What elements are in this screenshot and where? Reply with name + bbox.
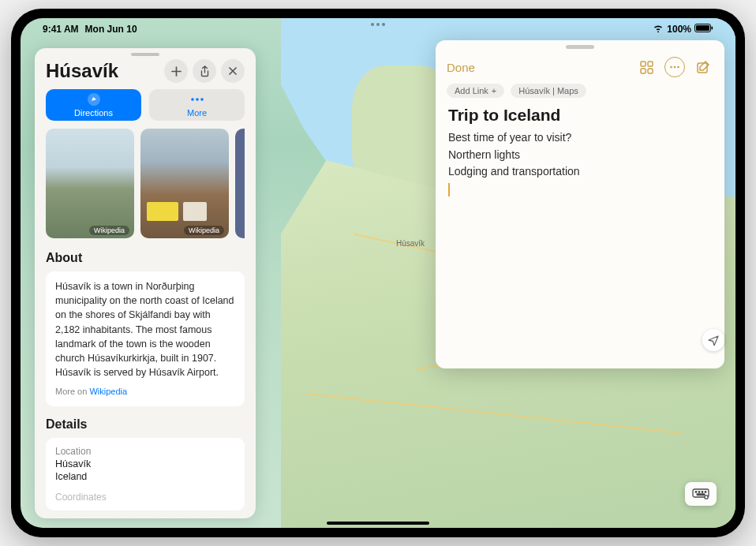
photo-1[interactable]: Wikipedia bbox=[46, 129, 134, 238]
text-cursor bbox=[448, 183, 450, 196]
more-on-text: More on bbox=[55, 387, 89, 396]
svg-rect-8 bbox=[648, 62, 653, 66]
svg-point-13 bbox=[677, 66, 679, 69]
svg-point-6 bbox=[200, 99, 204, 102]
home-indicator[interactable] bbox=[327, 522, 429, 525]
directions-icon bbox=[87, 92, 101, 107]
note-title: Trip to Iceland bbox=[448, 106, 712, 125]
battery-icon bbox=[694, 24, 713, 35]
photo-credit: Wikipedia bbox=[89, 226, 129, 235]
svg-point-5 bbox=[196, 99, 199, 102]
more-options-icon[interactable] bbox=[664, 57, 685, 77]
compose-icon[interactable] bbox=[693, 57, 713, 77]
svg-point-17 bbox=[698, 492, 700, 493]
done-button[interactable]: Done bbox=[447, 61, 475, 74]
note-line-1: Best time of year to visit? bbox=[448, 129, 712, 147]
svg-rect-9 bbox=[641, 69, 646, 73]
photo-gallery[interactable]: Wikipedia Wikipedia bbox=[35, 129, 256, 248]
svg-point-4 bbox=[191, 99, 194, 102]
map-place-label: Húsavík bbox=[396, 239, 425, 248]
note-editor[interactable]: Trip to Iceland Best time of year to vis… bbox=[436, 106, 724, 200]
details-header: Details bbox=[35, 414, 256, 438]
add-button[interactable] bbox=[164, 59, 188, 83]
add-link-pill[interactable]: Add Link + bbox=[447, 84, 504, 98]
battery-level: 100% bbox=[667, 24, 691, 35]
svg-point-19 bbox=[705, 492, 706, 493]
svg-point-16 bbox=[695, 492, 697, 493]
svg-rect-10 bbox=[648, 69, 653, 73]
notes-grabber[interactable] bbox=[566, 45, 594, 49]
place-card: Húsavík Directions More Wikipedia bbox=[35, 48, 256, 518]
location-value-1: Húsavík bbox=[55, 458, 235, 469]
link-context-pill[interactable]: Húsavík | Maps bbox=[511, 84, 586, 98]
plus-icon: + bbox=[492, 86, 496, 95]
location-label: Location bbox=[55, 446, 235, 457]
location-button[interactable] bbox=[702, 329, 724, 351]
svg-point-11 bbox=[670, 66, 672, 69]
note-line-2: Northern lights bbox=[448, 147, 712, 164]
note-line-3: Lodging and transportation bbox=[448, 163, 712, 181]
about-text: Húsavík is a town in Norðurþing municipa… bbox=[55, 279, 235, 380]
details-card: Location Húsavík Iceland Coordinates bbox=[46, 438, 245, 510]
multitask-indicator[interactable] bbox=[371, 23, 385, 26]
location-value-2: Iceland bbox=[55, 471, 235, 482]
wifi-icon bbox=[653, 24, 664, 35]
svg-rect-2 bbox=[712, 27, 713, 30]
status-time: 9:41 AM bbox=[43, 24, 79, 35]
photo-credit: Wikipedia bbox=[184, 226, 224, 235]
notes-panel: Done Add Link + Húsavík | Maps Trip to I… bbox=[436, 40, 724, 368]
svg-rect-20 bbox=[697, 494, 705, 496]
directions-button[interactable]: Directions bbox=[46, 89, 141, 121]
svg-rect-7 bbox=[641, 62, 646, 66]
more-button[interactable]: More bbox=[149, 89, 245, 121]
close-button[interactable] bbox=[221, 59, 245, 83]
status-date: Mon Jun 10 bbox=[85, 24, 137, 35]
svg-point-18 bbox=[702, 492, 703, 493]
photo-3-peek[interactable] bbox=[235, 129, 245, 238]
about-card: Húsavík is a town in Norðurþing municipa… bbox=[46, 271, 245, 406]
keyboard-button[interactable] bbox=[685, 482, 717, 506]
share-button[interactable] bbox=[193, 59, 216, 83]
about-header: About bbox=[35, 248, 256, 271]
svg-rect-1 bbox=[696, 25, 709, 31]
svg-point-12 bbox=[674, 66, 676, 69]
coordinates-label: Coordinates bbox=[55, 492, 235, 503]
ellipsis-icon bbox=[190, 92, 204, 107]
place-title: Húsavík bbox=[46, 60, 118, 82]
directions-label: Directions bbox=[74, 108, 113, 118]
card-grabber[interactable] bbox=[131, 53, 159, 56]
more-label: More bbox=[187, 108, 207, 118]
status-bar: 9:41 AM Mon Jun 10 100% bbox=[21, 18, 735, 37]
wikipedia-link[interactable]: Wikipedia bbox=[89, 387, 127, 396]
photo-2[interactable]: Wikipedia bbox=[140, 129, 229, 238]
svg-point-21 bbox=[705, 496, 708, 499]
gallery-view-icon[interactable] bbox=[636, 57, 657, 77]
